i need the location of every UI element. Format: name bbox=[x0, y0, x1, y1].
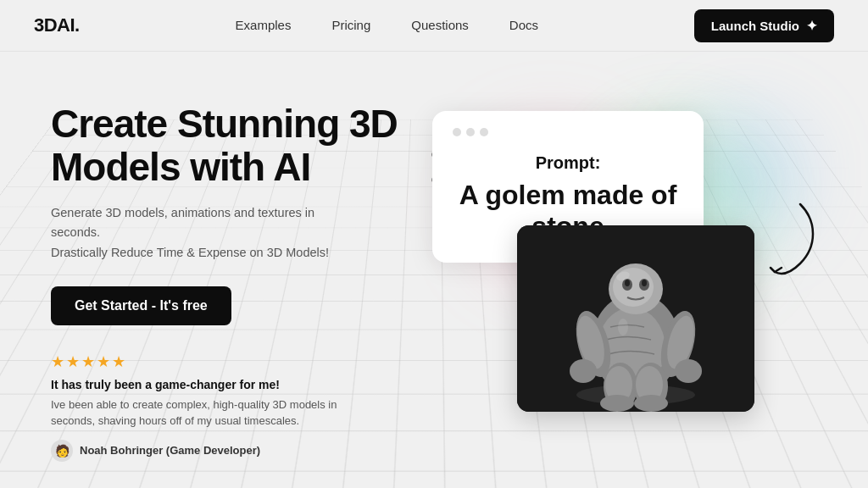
svg-point-9 bbox=[642, 280, 647, 286]
nav-examples[interactable]: Examples bbox=[236, 18, 292, 32]
golem-image-card bbox=[517, 225, 754, 412]
nav-questions[interactable]: Questions bbox=[411, 18, 469, 32]
nav-pricing[interactable]: Pricing bbox=[331, 18, 370, 32]
dot-3 bbox=[480, 128, 488, 136]
nav-links: Examples Pricing Questions Docs bbox=[236, 18, 538, 33]
review-title: It has truly been a game-changer for me! bbox=[51, 378, 407, 391]
svg-point-20 bbox=[600, 395, 634, 412]
svg-point-8 bbox=[625, 280, 630, 286]
main-content: Create Stunning 3D Models with AI Genera… bbox=[0, 52, 868, 488]
svg-point-21 bbox=[634, 395, 668, 412]
dot-1 bbox=[453, 128, 461, 136]
svg-point-15 bbox=[675, 359, 702, 383]
brand-logo[interactable]: 3DAI. bbox=[34, 14, 80, 36]
golem-illustration bbox=[517, 225, 754, 412]
review-text: Ive been able to create complex, high-qu… bbox=[51, 396, 339, 430]
hero-section: Create Stunning 3D Models with AI Genera… bbox=[51, 94, 407, 488]
hero-title: Create Stunning 3D Models with AI bbox=[51, 103, 407, 188]
curved-arrow-decoration bbox=[749, 196, 817, 280]
navbar: 3DAI. Examples Pricing Questions Docs La… bbox=[0, 0, 868, 52]
reviewer-avatar: 🧑 bbox=[51, 440, 73, 462]
card-window-dots bbox=[453, 128, 683, 136]
svg-point-12 bbox=[570, 359, 597, 383]
sparkle-icon: ✦ bbox=[806, 18, 817, 34]
launch-studio-button[interactable]: Launch Studio ✦ bbox=[694, 9, 834, 42]
hero-subtitle: Generate 3D models, animations and textu… bbox=[51, 203, 339, 263]
nav-docs[interactable]: Docs bbox=[509, 18, 538, 32]
launch-studio-label: Launch Studio bbox=[711, 19, 799, 33]
get-started-button[interactable]: Get Started - It's free bbox=[51, 286, 231, 325]
dot-2 bbox=[466, 128, 475, 136]
prompt-label: Prompt: bbox=[453, 153, 683, 173]
reviewer: 🧑 Noah Bohringer (Game Developer) bbox=[51, 440, 407, 462]
review-stars: ★★★★★ bbox=[51, 352, 407, 371]
demo-section: Prompt: A golem made of stone bbox=[407, 94, 834, 488]
reviewer-name: Noah Bohringer (Game Developer) bbox=[80, 444, 260, 457]
svg-point-23 bbox=[618, 319, 628, 336]
